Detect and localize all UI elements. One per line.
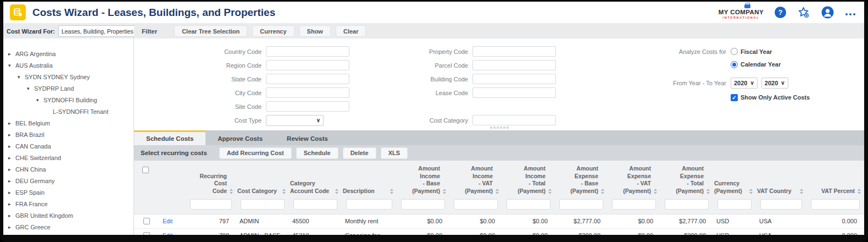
sort-icon[interactable] bbox=[548, 189, 552, 194]
calendar-year-radio[interactable] bbox=[731, 61, 738, 68]
column-filter-description-input[interactable] bbox=[346, 199, 392, 210]
tree-item-bra-brazil[interactable]: ▸BRA Brazil bbox=[3, 129, 133, 140]
property-code-input[interactable] bbox=[472, 46, 556, 57]
column-filter-amount-income-total-payment-input[interactable] bbox=[507, 199, 550, 210]
column-header-currency-payment[interactable]: Currency (Payment) bbox=[713, 165, 756, 197]
splitter-handle[interactable] bbox=[490, 127, 509, 129]
sort-icon[interactable] bbox=[858, 189, 861, 194]
column-header-description[interactable]: Description bbox=[342, 165, 397, 197]
edit-link[interactable]: Edit bbox=[163, 218, 173, 224]
user-avatar-icon[interactable] bbox=[821, 6, 834, 19]
cost-type-select[interactable]: ∨ bbox=[266, 115, 324, 126]
column-header-vat-percent[interactable]: VAT Percent bbox=[806, 165, 864, 197]
tree-item-sydprp-land[interactable]: ▾SYDPRP Land bbox=[3, 82, 133, 94]
row-checkbox[interactable] bbox=[143, 232, 150, 235]
parcel-code-input[interactable] bbox=[472, 60, 556, 70]
sort-icon[interactable] bbox=[496, 189, 499, 194]
column-filter-amount-income-vat-payment-input[interactable] bbox=[454, 199, 498, 210]
tab-review-costs[interactable]: Review Costs bbox=[275, 130, 340, 145]
column-filter-recurring-cost-code-input[interactable] bbox=[190, 199, 232, 210]
sort-icon[interactable] bbox=[706, 189, 710, 194]
column-header-amount-expense-total-payment[interactable]: Amount Expense - Total (Payment) bbox=[660, 165, 713, 197]
column-filter-vat-percent-input[interactable] bbox=[811, 199, 860, 210]
cost-category-input[interactable] bbox=[472, 115, 556, 125]
column-header-vat-country[interactable]: VAT Country bbox=[756, 165, 806, 197]
tree-item-grc-greece[interactable]: ▸GRC Greece bbox=[3, 221, 133, 233]
column-filter-amount-expense-vat-payment-input[interactable] bbox=[612, 199, 656, 210]
column-filter-cost-category-input[interactable] bbox=[241, 199, 285, 210]
tree-item-deu-germany[interactable]: ▸DEU Germany bbox=[3, 175, 133, 186]
tree-item-l-sydnoffi-tenant[interactable]: L-SYDNOFFI Tenant bbox=[3, 106, 133, 117]
tree-item-sydnoffi-building[interactable]: ▾SYDNOFFI Building bbox=[3, 94, 133, 106]
chevron-expanded-icon[interactable]: ▾ bbox=[8, 63, 15, 68]
lease-code-input[interactable] bbox=[472, 87, 556, 98]
chevron-collapsed-icon[interactable]: ▸ bbox=[8, 178, 15, 184]
chevron-collapsed-icon[interactable]: ▸ bbox=[8, 201, 15, 207]
tree-item-che-switzerland[interactable]: ▸CHE Switzerland bbox=[3, 152, 133, 163]
column-filter-amount-expense-total-payment-input[interactable] bbox=[665, 199, 709, 210]
chevron-collapsed-icon[interactable]: ▸ bbox=[8, 132, 15, 138]
chevron-expanded-icon[interactable]: ▾ bbox=[27, 86, 34, 91]
sort-icon[interactable] bbox=[335, 189, 338, 194]
sort-icon[interactable] bbox=[654, 189, 657, 194]
favorites-star-icon[interactable] bbox=[797, 6, 810, 19]
tree-item-esp-spain[interactable]: ▸ESP Spain bbox=[3, 186, 133, 198]
column-header-amount-expense-vat-payment[interactable]: Amount Expense - VAT (Payment) bbox=[608, 165, 660, 197]
clear-button[interactable]: Clear bbox=[336, 25, 366, 37]
column-filter-currency-payment-input[interactable] bbox=[717, 199, 752, 210]
column-header-amount-income-base-payment[interactable]: Amount Income - Base (Payment) bbox=[397, 165, 449, 197]
cost-wizard-for-select[interactable]: Leases, Building, Properties ∨ bbox=[58, 25, 141, 37]
sort-icon[interactable] bbox=[390, 189, 393, 194]
show-only-active-costs-checkbox[interactable]: ✓ bbox=[731, 94, 738, 101]
from-year-select[interactable]: 2020 ∨ bbox=[731, 78, 758, 89]
help-icon[interactable]: ? bbox=[775, 7, 786, 18]
chevron-collapsed-icon[interactable]: ▸ bbox=[8, 167, 15, 172]
tree-item-sydn-sydney-sydney[interactable]: ▾SYDN SYDNEY Sydney bbox=[3, 71, 133, 82]
to-year-select[interactable]: 2020 ∨ bbox=[761, 78, 788, 89]
region-code-input[interactable] bbox=[266, 60, 349, 70]
sort-icon[interactable] bbox=[443, 189, 446, 194]
chevron-collapsed-icon[interactable]: ▸ bbox=[8, 224, 15, 230]
currency-button[interactable]: Currency bbox=[252, 25, 294, 37]
tree-item-chn-china[interactable]: ▸CHN China bbox=[3, 163, 133, 175]
tree-item-fra-france[interactable]: ▸FRA France bbox=[3, 198, 133, 210]
city-code-input[interactable] bbox=[266, 87, 349, 98]
more-menu-icon[interactable] bbox=[845, 10, 855, 15]
sort-icon[interactable] bbox=[749, 189, 753, 194]
column-filter-vat-country-input[interactable] bbox=[760, 199, 802, 210]
column-header-amount-expense-base-payment[interactable]: Amount Expense - Base (Payment) bbox=[555, 165, 608, 197]
add-recurring-cost-button[interactable]: Add Recurring Cost bbox=[219, 147, 292, 159]
fiscal-year-option[interactable]: Fiscal Year bbox=[731, 45, 864, 58]
row-checkbox[interactable] bbox=[143, 218, 150, 224]
sort-icon[interactable] bbox=[282, 189, 286, 194]
sort-icon[interactable] bbox=[800, 189, 803, 194]
tab-approve-costs[interactable]: Approve Costs bbox=[205, 130, 275, 145]
fiscal-year-radio[interactable] bbox=[731, 48, 738, 55]
country-code-input[interactable] bbox=[266, 46, 349, 57]
sort-icon[interactable] bbox=[230, 189, 233, 194]
column-filter-amount-expense-base-payment-input[interactable] bbox=[559, 199, 603, 210]
chevron-collapsed-icon[interactable]: ▸ bbox=[8, 51, 15, 57]
site-code-input[interactable] bbox=[266, 101, 349, 112]
chevron-collapsed-icon[interactable]: ▸ bbox=[8, 155, 15, 161]
show-button[interactable]: Show bbox=[299, 25, 331, 37]
show-only-active-costs-option[interactable]: ✓ Show Only Active Costs bbox=[731, 90, 864, 105]
edit-link[interactable]: Edit bbox=[163, 232, 173, 235]
column-filter-category-account-code-input[interactable] bbox=[293, 199, 337, 210]
chevron-expanded-icon[interactable]: ▾ bbox=[36, 97, 43, 103]
tree-item-gbr-united-kingdom[interactable]: ▸GBR United Kingdom bbox=[3, 210, 133, 221]
tree-item-arg-argentina[interactable]: ▸ARG Argentina bbox=[3, 48, 133, 59]
chevron-collapsed-icon[interactable]: ▸ bbox=[8, 190, 15, 195]
clear-tree-selection-button[interactable]: Clear Tree Selection bbox=[174, 25, 247, 37]
tree-item-bel-belgium[interactable]: ▸BEL Belgium bbox=[3, 117, 133, 129]
chevron-collapsed-icon[interactable]: ▸ bbox=[8, 144, 15, 149]
delete-button[interactable]: Delete bbox=[343, 147, 376, 159]
calendar-year-option[interactable]: Calendar Year bbox=[731, 58, 864, 70]
state-code-input[interactable] bbox=[266, 74, 349, 84]
chevron-collapsed-icon[interactable]: ▸ bbox=[8, 120, 15, 126]
sort-icon[interactable] bbox=[601, 189, 604, 194]
column-header-recurring-cost-code[interactable]: Recurring Cost Code bbox=[186, 165, 236, 197]
chevron-expanded-icon[interactable]: ▾ bbox=[18, 74, 25, 80]
column-filter-amount-income-base-payment-input[interactable] bbox=[401, 199, 445, 210]
column-header-amount-income-vat-payment[interactable]: Amount Income - VAT (Payment) bbox=[449, 165, 502, 197]
